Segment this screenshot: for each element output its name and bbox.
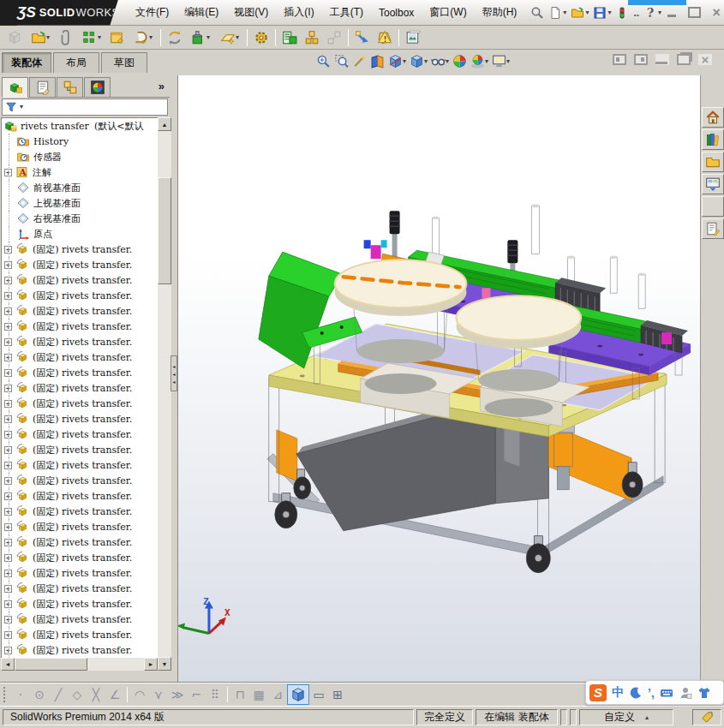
display-style-button[interactable]: ▾ — [409, 52, 428, 70]
doc-restore-button[interactable] — [677, 54, 691, 65]
filter-caret-icon[interactable]: ▾ — [20, 104, 23, 110]
window-maximize-button[interactable] — [685, 6, 703, 20]
window-minimize-button[interactable] — [663, 6, 680, 20]
dropdown-caret-icon[interactable]: ▾ — [446, 58, 449, 65]
window-close-button[interactable]: × — [708, 6, 724, 20]
punctuation-mode-button[interactable]: ’, — [648, 686, 655, 700]
help-button[interactable]: ▾ — [642, 4, 663, 21]
tree-item-原点[interactable]: 原点 — [2, 226, 158, 242]
sketch-corner-button[interactable]: ⌐ — [187, 685, 206, 704]
tree-item-传感器[interactable]: 传感器 — [2, 149, 158, 164]
menu-帮助[interactable]: 帮助(H) — [476, 2, 524, 23]
solidworks-resources-button[interactable] — [702, 107, 724, 128]
zoom-to-fit-button[interactable] — [315, 52, 332, 70]
save-button[interactable]: ▾ — [591, 4, 613, 21]
apply-scene-button[interactable]: ▾ — [470, 52, 489, 70]
tree-component-4[interactable]: +(固定) rivets transfer. — [2, 288, 158, 303]
view-orientation-button[interactable]: ▾ — [387, 52, 407, 70]
dropdown-caret-icon[interactable]: ▾ — [46, 34, 50, 41]
large-assembly-mode-button[interactable] — [374, 27, 396, 48]
tree-component-22[interactable]: +(固定) rivets transfer. — [2, 565, 158, 581]
dropdown-caret-icon[interactable]: ▾ — [563, 9, 566, 16]
dropdown-caret-icon[interactable]: ▾ — [206, 34, 210, 41]
configurationmanager-tab[interactable] — [57, 77, 83, 98]
reference-geometry-button[interactable]: ▾ — [215, 27, 244, 48]
tree-component-14[interactable]: +(固定) rivets transfer. — [2, 442, 158, 457]
tree-item-History[interactable]: History — [2, 134, 158, 149]
grid-snap-button[interactable]: ▦ — [249, 685, 268, 704]
appearances-scenes-button[interactable] — [702, 196, 724, 217]
move-component-button[interactable]: ▾ — [129, 27, 158, 48]
doc-pane-right-button[interactable] — [634, 54, 648, 65]
skin-center-button[interactable] — [697, 686, 711, 700]
half-full-mode-button[interactable] — [629, 686, 643, 700]
tab-草图[interactable]: 草图 — [101, 52, 147, 73]
dropdown-caret-icon[interactable]: ▾ — [607, 9, 611, 16]
panel-more-chevron[interactable]: » — [159, 77, 170, 97]
displaymanager-tab[interactable] — [84, 77, 111, 98]
dropdown-caret-icon[interactable]: ▾ — [506, 58, 510, 65]
toolbar-options-dots-button[interactable]: .. — [631, 5, 641, 21]
scroll-up-button[interactable]: ▲ — [158, 117, 171, 131]
doc-pane-left-button[interactable] — [613, 54, 626, 65]
tree-horizontal-scrollbar[interactable]: ◄ ► — [1, 658, 158, 671]
bill-of-materials-button[interactable] — [278, 27, 301, 48]
dropdown-caret-icon[interactable]: ▾ — [149, 34, 153, 41]
menu-Toolbox[interactable]: Toolbox — [372, 3, 421, 22]
sogou-logo[interactable]: S — [589, 684, 607, 701]
sogou-ime-bar[interactable]: S中’, — [585, 680, 724, 705]
menu-插入[interactable]: 插入(I) — [277, 2, 320, 23]
dropdown-caret-icon[interactable]: ▾ — [485, 58, 488, 65]
propertymanager-tab[interactable] — [29, 77, 56, 98]
scroll-left-button[interactable]: ◄ — [1, 658, 15, 671]
sketch-spline-button[interactable]: ⋎ — [149, 685, 168, 704]
scroll-right-button[interactable]: ► — [144, 658, 158, 671]
instant-3d-button[interactable] — [351, 27, 374, 48]
tab-装配体[interactable]: 装配体 — [2, 52, 51, 73]
tree-component-7[interactable]: +(固定) rivets transfer. — [2, 334, 158, 349]
open-document-button[interactable]: ▾ — [569, 4, 590, 21]
scroll-thumb[interactable] — [158, 177, 171, 284]
tree-item-前视基准面[interactable]: 前视基准面 — [2, 180, 158, 195]
tree-item-注解[interactable]: +注解 — [2, 164, 158, 180]
tree-component-23[interactable]: +(固定) rivets transfer. — [2, 581, 158, 596]
show-hidden-components-button[interactable] — [164, 27, 186, 48]
menu-窗口[interactable]: 窗口(W) — [422, 2, 473, 23]
status-tag-button[interactable] — [692, 709, 721, 725]
dropdown-caret-icon[interactable]: ▾ — [424, 58, 428, 65]
status-custom-dropdown[interactable]: 自定义 ▴ — [579, 709, 673, 725]
sketch-angle-button[interactable]: ∠ — [105, 685, 124, 704]
tree-root-assembly[interactable]: rivets transfer(默认<默认 — [2, 118, 158, 134]
tree-component-25[interactable]: +(固定) rivets transfer. — [2, 612, 158, 627]
exploded-view-button[interactable] — [301, 27, 323, 48]
tree-component-19[interactable]: +(固定) rivets transfer. — [2, 519, 158, 534]
view-palette-button[interactable] — [702, 174, 724, 194]
search-button[interactable] — [529, 4, 546, 21]
table-view-button[interactable]: ⊞ — [328, 685, 347, 704]
linear-component-pattern-button[interactable]: ▾ — [77, 27, 106, 48]
tree-item-上视基准面[interactable]: 上视基准面 — [2, 195, 158, 211]
sketch-point-button[interactable]: · — [11, 685, 30, 704]
tree-component-8[interactable]: +(固定) rivets transfer. — [2, 349, 158, 365]
smart-dimension-button[interactable]: ⊓ — [230, 685, 249, 704]
new-motion-study-button[interactable] — [250, 27, 272, 48]
dropdown-caret-icon[interactable]: ▾ — [236, 34, 239, 41]
tree-component-10[interactable]: +(固定) rivets transfer. — [2, 380, 158, 396]
chinese-mode-button[interactable]: 中 — [612, 685, 624, 701]
tree-component-15[interactable]: +(固定) rivets transfer. — [2, 457, 158, 473]
tree-component-5[interactable]: +(固定) rivets transfer. — [2, 303, 158, 319]
previous-view-button[interactable] — [351, 52, 368, 70]
file-explorer-button[interactable] — [702, 152, 724, 172]
sketch-relations-button[interactable]: ⊿ — [268, 685, 287, 704]
shaded-with-edges-button[interactable] — [287, 684, 309, 705]
scroll-thumb-horizontal[interactable] — [15, 658, 87, 671]
design-library-button[interactable] — [702, 129, 724, 150]
zoom-to-area-button[interactable] — [333, 52, 350, 70]
tree-component-2[interactable]: +(固定) rivets transfer. — [2, 257, 158, 272]
soft-keyboard-button[interactable] — [660, 686, 673, 700]
assembly-model[interactable]: Z Y X — [178, 75, 700, 683]
tree-component-9[interactable]: +(固定) rivets transfer. — [2, 365, 158, 380]
tree-component-13[interactable]: +(固定) rivets transfer. — [2, 427, 158, 442]
dropdown-caret-icon[interactable]: ▾ — [585, 9, 589, 16]
tree-component-21[interactable]: +(固定) rivets transfer. — [2, 550, 158, 565]
